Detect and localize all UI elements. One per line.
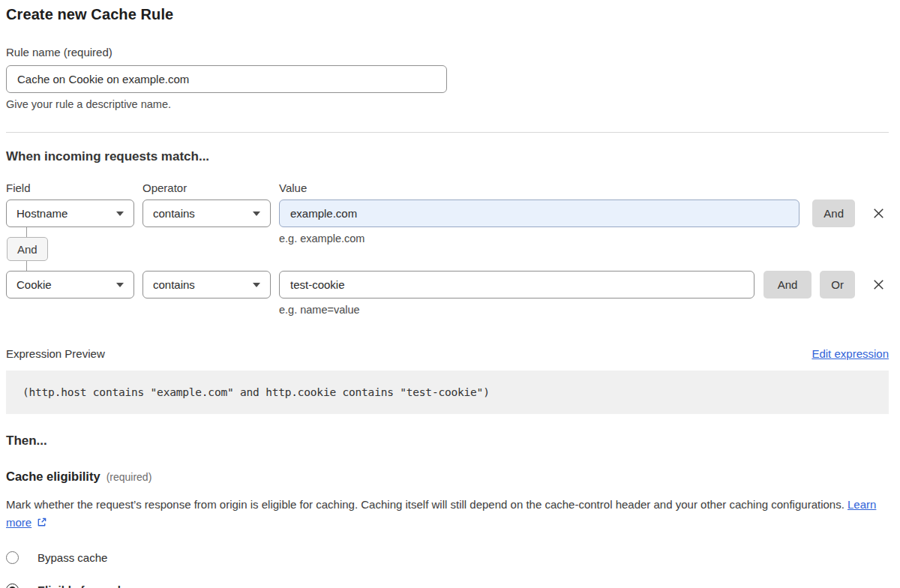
close-icon bbox=[871, 277, 886, 292]
field-select-2-value: Cookie bbox=[16, 278, 52, 291]
required-note: (required) bbox=[106, 471, 152, 483]
caret-down-icon bbox=[253, 283, 260, 287]
radio-selected-icon bbox=[6, 584, 19, 588]
value-helper-2: e.g. name=value bbox=[279, 304, 889, 316]
value-input-1[interactable] bbox=[279, 200, 800, 227]
remove-condition-button-1[interactable] bbox=[871, 206, 886, 221]
operator-select-2[interactable]: contains bbox=[142, 271, 271, 298]
close-icon bbox=[871, 206, 886, 221]
condition-row-1: Hostname contains And bbox=[6, 200, 889, 227]
remove-condition-button-2[interactable] bbox=[871, 277, 886, 292]
cache-eligibility-description: Mark whether the request’s response from… bbox=[6, 496, 880, 532]
condition-connector-zone: e.g. example.com And bbox=[6, 227, 889, 271]
cache-eligibility-header: Cache eligibility (required) bbox=[6, 470, 889, 484]
rule-name-helper: Give your rule a descriptive name. bbox=[6, 98, 889, 110]
external-link-icon bbox=[36, 517, 47, 528]
create-cache-rule-form: Create new Cache Rule Rule name (require… bbox=[0, 0, 900, 588]
connector-and-toggle[interactable]: And bbox=[7, 237, 48, 261]
operator-select-1[interactable]: contains bbox=[142, 200, 271, 227]
cache-eligibility-heading: Cache eligibility bbox=[6, 470, 100, 484]
caret-down-icon bbox=[253, 212, 260, 216]
radio-option-bypass-cache[interactable]: Bypass cache bbox=[6, 551, 889, 564]
field-select-1-value: Hostname bbox=[16, 207, 68, 220]
expression-preview-label: Expression Preview bbox=[6, 347, 105, 360]
radio-unselected-icon bbox=[6, 551, 19, 564]
edit-expression-link[interactable]: Edit expression bbox=[812, 347, 889, 360]
caret-down-icon bbox=[116, 212, 124, 216]
match-section-heading: When incoming requests match... bbox=[6, 149, 889, 164]
section-divider bbox=[6, 132, 889, 133]
add-and-condition-button-2[interactable]: And bbox=[764, 271, 812, 298]
radio-option-eligible-for-cache[interactable]: Eligible for cache bbox=[6, 584, 889, 588]
operator-select-1-value: contains bbox=[153, 207, 195, 220]
condition-row-2: Cookie contains And Or bbox=[6, 271, 889, 298]
value-column-label: Value bbox=[279, 182, 307, 194]
field-select-2[interactable]: Cookie bbox=[6, 271, 134, 298]
description-text: Mark whether the request’s response from… bbox=[6, 498, 844, 511]
radio-label-eligible: Eligible for cache bbox=[38, 584, 130, 588]
value-helper-1: e.g. example.com bbox=[279, 232, 364, 244]
expression-preview-header: Expression Preview Edit expression bbox=[6, 347, 889, 360]
expression-code-block: (http.host contains "example.com" and ht… bbox=[6, 370, 889, 414]
radio-label-bypass: Bypass cache bbox=[38, 551, 107, 564]
rule-name-input[interactable] bbox=[6, 65, 447, 93]
condition-column-labels: Field Operator Value bbox=[6, 182, 889, 194]
then-heading: Then... bbox=[6, 434, 889, 448]
caret-down-icon bbox=[116, 283, 124, 287]
add-and-condition-button-1[interactable]: And bbox=[812, 200, 855, 227]
field-column-label: Field bbox=[6, 182, 134, 194]
connector-line-top bbox=[26, 227, 27, 237]
operator-column-label: Operator bbox=[142, 182, 271, 194]
rule-name-label: Rule name (required) bbox=[6, 46, 889, 58]
operator-select-2-value: contains bbox=[153, 278, 195, 291]
value-input-2[interactable] bbox=[279, 271, 754, 298]
connector-line-bottom bbox=[26, 261, 27, 271]
field-select-1[interactable]: Hostname bbox=[6, 200, 134, 227]
page-title: Create new Cache Rule bbox=[6, 6, 889, 23]
add-or-condition-button-2[interactable]: Or bbox=[820, 271, 855, 298]
